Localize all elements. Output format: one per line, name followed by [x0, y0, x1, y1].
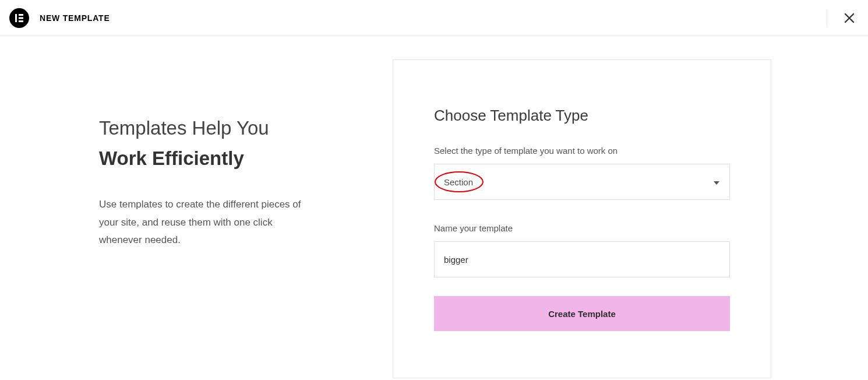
form-panel: Choose Template Type Select the type of … [393, 59, 771, 378]
close-icon [844, 12, 855, 24]
svg-rect-2 [19, 17, 23, 19]
template-type-value: Section [444, 177, 473, 187]
svg-rect-3 [19, 20, 23, 22]
modal-title: NEW TEMPLATE [40, 13, 110, 23]
template-type-select-wrap: Section [434, 164, 730, 200]
info-description: Use templates to create the different pi… [99, 196, 309, 249]
create-template-button[interactable]: Create Template [434, 296, 730, 331]
svg-rect-0 [15, 14, 17, 22]
svg-rect-1 [19, 14, 23, 16]
info-heading-top: Templates Help You [99, 115, 344, 142]
elementor-logo-icon [9, 8, 29, 28]
close-button[interactable] [841, 10, 858, 26]
modal-header: NEW TEMPLATE [0, 0, 868, 36]
info-heading-bold: Work Efficiently [99, 146, 344, 171]
template-name-label: Name your template [434, 223, 730, 233]
form-title: Choose Template Type [434, 107, 730, 125]
template-type-label: Select the type of template you want to … [434, 146, 730, 156]
template-name-input[interactable] [434, 241, 730, 277]
modal-content: Templates Help You Work Efficiently Use … [0, 36, 868, 378]
template-type-select[interactable]: Section [434, 164, 730, 200]
header-divider [827, 9, 827, 27]
info-panel: Templates Help You Work Efficiently Use … [99, 59, 344, 378]
